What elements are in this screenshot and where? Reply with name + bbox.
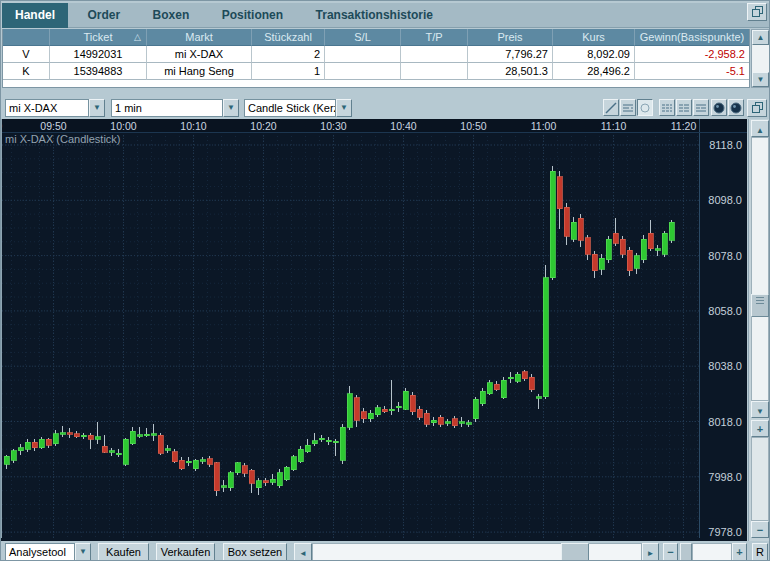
svg-text:11:20: 11:20 (671, 120, 697, 132)
interval-select-arrow-button[interactable]: ▼ (223, 99, 239, 117)
position-preis[interactable]: 28,501.3 (468, 63, 553, 80)
position-tp[interactable] (401, 46, 468, 63)
chart-restore-button[interactable] (747, 99, 767, 117)
position-markt[interactable]: mi X-DAX (147, 46, 252, 63)
svg-text:8038.0: 8038.0 (708, 360, 742, 372)
chart-layout-1-button[interactable] (659, 99, 675, 116)
sort-ascending-icon[interactable]: △ (134, 29, 141, 45)
horizontal-zoom-in-button[interactable]: + (732, 543, 747, 561)
symbol-select-arrow-button[interactable]: ▼ (89, 99, 105, 117)
chart-scroll-down-button[interactable]: ▼ (751, 401, 769, 418)
horizontal-zoom-track[interactable] (692, 543, 732, 561)
chart-title: mi X-DAX (Candlestick) (5, 133, 121, 145)
svg-text:8058.0: 8058.0 (708, 305, 742, 317)
indicator-lines-button[interactable] (620, 99, 636, 116)
candle-10:15 (228, 471, 233, 490)
reset-zoom-button[interactable]: R (752, 543, 768, 561)
position-sl[interactable] (325, 63, 401, 80)
position-tp[interactable] (401, 63, 468, 80)
column-header-ticket[interactable]: Ticket△ (50, 29, 147, 46)
chart-layout-3-button[interactable] (693, 99, 709, 116)
candle-10:58 (529, 374, 534, 392)
candle-10:13 (214, 462, 219, 497)
thumb-grip (756, 300, 764, 301)
interval-select[interactable]: 1 min (111, 99, 223, 117)
horizontal-zoom-out-button[interactable]: − (663, 543, 678, 561)
compare-sphere-2-button[interactable] (728, 99, 744, 116)
tab-order[interactable]: Order (74, 3, 133, 28)
ellipse-tool-icon (638, 102, 652, 114)
candle-10:54 (501, 377, 506, 399)
panel-splitter[interactable] (1, 89, 770, 97)
column-header-side[interactable] (3, 29, 50, 46)
position-sl[interactable] (325, 46, 401, 63)
panel-restore-button[interactable] (747, 3, 767, 21)
horizontal-scroll-track[interactable] (312, 543, 642, 561)
svg-text:11:10: 11:10 (601, 120, 627, 132)
position-ticket[interactable]: 14992031 (50, 46, 147, 63)
candle-11:14 (641, 235, 646, 263)
position-kurs[interactable]: 8,092.09 (553, 46, 635, 63)
position-stueckzahl[interactable]: 1 (252, 63, 325, 80)
chart-type-select-arrow-button[interactable]: ▼ (336, 99, 352, 117)
column-header-preis[interactable]: Preis (468, 29, 553, 46)
position-side[interactable]: K (3, 63, 50, 80)
kaufen-button[interactable]: Kaufen (98, 543, 149, 561)
chart-scroll-left-button[interactable]: ◄ (294, 543, 312, 561)
analysetool-select[interactable]: Analysetool (5, 543, 75, 561)
vertical-zoom-out-button[interactable]: − (751, 521, 769, 538)
vertical-scroll-track[interactable] (751, 137, 769, 401)
verkaufen-button[interactable]: Verkaufen (156, 543, 215, 561)
position-kurs[interactable]: 28,496.2 (553, 63, 635, 80)
svg-text:10:20: 10:20 (250, 120, 276, 132)
symbol-select[interactable]: mi X-DAX (5, 99, 89, 117)
box-setzen-button[interactable]: Box setzen (223, 543, 287, 561)
up-arrow-icon: ▲ (757, 33, 765, 42)
horizontal-zoom-thumb[interactable] (680, 543, 692, 561)
candlestick-chart[interactable]: 09:4009:5010:0010:1010:2010:3010:4010:50… (2, 119, 747, 538)
column-header-tp[interactable]: T/P (401, 29, 468, 46)
svg-text:09:50: 09:50 (40, 120, 66, 132)
vertical-zoom-in-button[interactable]: + (751, 420, 769, 437)
vertical-scroll-thumb[interactable] (751, 294, 769, 317)
up-arrow-icon: ▲ (756, 126, 764, 135)
chart-scroll-right-button[interactable]: ► (642, 543, 659, 561)
position-ticket[interactable]: 15394883 (50, 63, 147, 80)
analysetool-arrow-button[interactable]: ▼ (75, 543, 91, 561)
tab-boxen[interactable]: Boxen (140, 3, 203, 28)
vertical-zoom-track[interactable] (751, 437, 769, 521)
chart-type-select[interactable]: Candle Stick (Kerze (244, 99, 336, 117)
svg-text:10:30: 10:30 (320, 120, 346, 132)
position-preis[interactable]: 7,796.27 (468, 46, 553, 63)
horizontal-scroll-thumb[interactable] (561, 543, 589, 561)
candle-11:00 (543, 265, 548, 399)
bottom-toolbar: Analysetool ▼ Kaufen Verkaufen Box setze… (1, 541, 770, 561)
position-gewinn[interactable]: -2,958.2 (635, 46, 749, 63)
scroll-down-button[interactable]: ▼ (752, 72, 769, 87)
chart-layout-2-button[interactable] (676, 99, 692, 116)
column-header-kurs[interactable]: Kurs (553, 29, 635, 46)
indicator-lines-icon (621, 102, 635, 114)
candle-10:51 (480, 388, 485, 406)
column-header-markt[interactable]: Markt (147, 29, 252, 46)
tab-handel[interactable]: Handel (2, 3, 68, 28)
table-scrollbar[interactable]: ▲ ▼ (751, 29, 770, 88)
line-tool-button[interactable] (603, 99, 619, 116)
position-side[interactable]: V (3, 46, 50, 63)
column-header-sl[interactable]: S/L (325, 29, 401, 46)
svg-text:7998.0: 7998.0 (708, 471, 742, 483)
svg-text:10:50: 10:50 (460, 120, 486, 132)
position-gewinn[interactable]: -5.1 (635, 63, 749, 80)
scroll-up-button[interactable]: ▲ (752, 30, 769, 45)
chart-scroll-up-button[interactable]: ▲ (751, 120, 769, 137)
column-header-stueckzahl[interactable]: Stückzahl (252, 29, 325, 46)
column-header-gewinn[interactable]: Gewinn(Basispunkte) (635, 29, 749, 46)
compare-sphere-1-button[interactable] (711, 99, 727, 116)
tab-transaktionshistorie[interactable]: Transaktionshistorie (303, 3, 446, 28)
ellipse-tool-button[interactable] (637, 99, 653, 116)
tab-positionen[interactable]: Positionen (209, 3, 296, 28)
svg-text:10:00: 10:00 (110, 120, 136, 132)
position-stueckzahl[interactable]: 2 (252, 46, 325, 63)
candle-11:09 (606, 236, 611, 262)
position-markt[interactable]: mi Hang Seng (147, 63, 252, 80)
